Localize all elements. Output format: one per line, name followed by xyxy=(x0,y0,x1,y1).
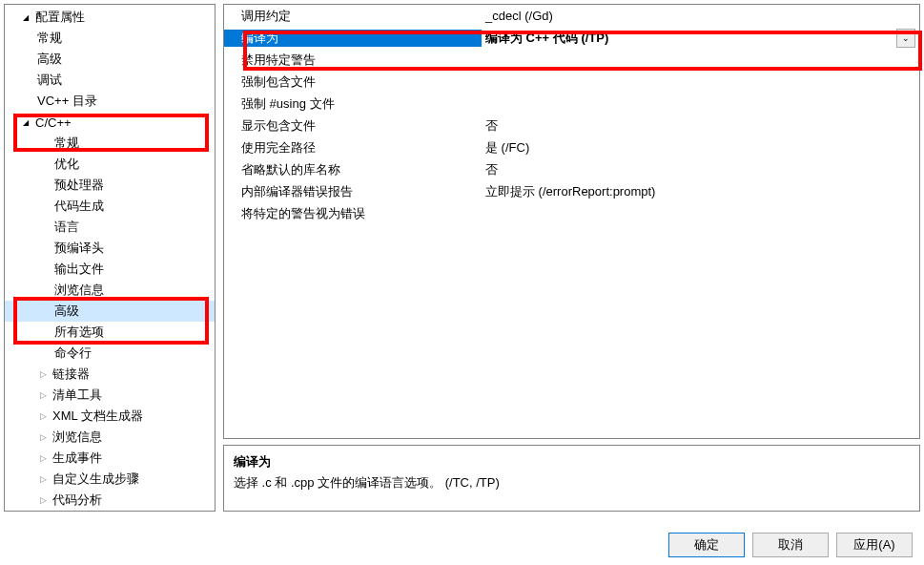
tree-item-advanced[interactable]: 高级 xyxy=(5,301,215,322)
cancel-button[interactable]: 取消 xyxy=(752,533,829,557)
tree-item[interactable]: 代码生成 xyxy=(5,196,215,217)
prop-row[interactable]: 显示包含文件 否 xyxy=(224,115,919,136)
tree-item[interactable]: 所有选项 xyxy=(5,322,215,343)
caret-icon xyxy=(37,389,49,401)
tree-item[interactable]: 浏览信息 xyxy=(5,427,215,448)
tree-cpp-node[interactable]: C/C++ xyxy=(5,112,215,133)
tree-label: 配置属性 xyxy=(35,9,85,26)
dropdown-button[interactable]: ⌄ xyxy=(896,29,915,48)
prop-row[interactable]: 将特定的警告视为错误 xyxy=(224,202,919,224)
prop-row[interactable]: 使用完全路径 是 (/FC) xyxy=(224,136,919,158)
caret-icon xyxy=(37,473,49,485)
tree-item[interactable]: 浏览信息 xyxy=(5,280,215,301)
tree-item[interactable]: 清单工具 xyxy=(5,385,215,406)
tree-label: C/C++ xyxy=(35,115,72,130)
tree-item[interactable]: 调试 xyxy=(5,70,215,91)
description-panel: 编译为 选择 .c 和 .cpp 文件的编译语言选项。 (/TC, /TP) xyxy=(223,445,920,512)
tree-item[interactable]: 常规 xyxy=(5,133,215,154)
prop-row[interactable]: 强制 #using 文件 xyxy=(224,93,919,115)
sidebar-tree: 配置属性 常规 高级 调试 VC++ 目录 C/C++ 常规 优化 预处理器 代… xyxy=(4,4,216,512)
ok-button[interactable]: 确定 xyxy=(668,533,745,557)
desc-text: 选择 .c 和 .cpp 文件的编译语言选项。 (/TC, /TP) xyxy=(234,474,910,492)
prop-row[interactable]: 内部编译器错误报告 立即提示 (/errorReport:prompt) xyxy=(224,180,919,202)
tree-item[interactable]: VC++ 目录 xyxy=(5,91,215,112)
caret-icon xyxy=(37,410,49,422)
tree-item[interactable]: 输出文件 xyxy=(5,259,215,280)
tree-item[interactable]: 链接器 xyxy=(5,364,215,385)
caret-icon xyxy=(20,116,31,128)
prop-row-compile-as[interactable]: 编译为 编译为 C++ 代码 (/TP) ⌄ xyxy=(224,27,919,49)
tree-item[interactable]: 命令行 xyxy=(5,343,215,364)
caret-icon xyxy=(37,431,49,443)
tree-root-config[interactable]: 配置属性 xyxy=(5,7,215,28)
tree-item[interactable]: 预处理器 xyxy=(5,175,215,196)
tree-item[interactable]: 语言 xyxy=(5,217,215,238)
tree-item[interactable]: XML 文档生成器 xyxy=(5,406,215,427)
tree-item[interactable]: 高级 xyxy=(5,49,215,70)
caret-icon xyxy=(37,494,49,506)
prop-row[interactable]: 强制包含文件 xyxy=(224,71,919,93)
tree-item[interactable]: 自定义生成步骤 xyxy=(5,469,215,490)
chevron-down-icon: ⌄ xyxy=(902,33,910,43)
desc-title: 编译为 xyxy=(234,453,910,471)
caret-icon xyxy=(37,452,49,464)
tree-item[interactable]: 代码分析 xyxy=(5,490,215,511)
tree-item[interactable]: 常规 xyxy=(5,28,215,49)
prop-row[interactable]: 省略默认的库名称 否 xyxy=(224,158,919,180)
prop-row[interactable]: 禁用特定警告 xyxy=(224,49,919,71)
tree-item[interactable]: 优化 xyxy=(5,154,215,175)
tree-item[interactable]: 生成事件 xyxy=(5,448,215,469)
apply-button[interactable]: 应用(A) xyxy=(836,533,913,557)
prop-row[interactable]: 调用约定 _cdecl (/Gd) xyxy=(224,5,919,27)
caret-icon xyxy=(37,368,49,380)
property-grid: 调用约定 _cdecl (/Gd) 编译为 编译为 C++ 代码 (/TP) ⌄… xyxy=(223,4,920,439)
dialog-buttons: 确定 取消 应用(A) xyxy=(668,533,913,557)
tree-item[interactable]: 预编译头 xyxy=(5,238,215,259)
caret-icon xyxy=(20,11,31,23)
